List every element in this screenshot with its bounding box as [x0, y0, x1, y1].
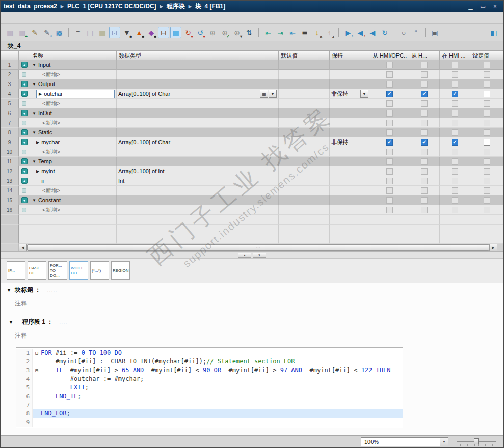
datatype-cell[interactable]: Array[0..100] of Char▦▼ [117, 89, 279, 99]
comments-toggle-icon[interactable]: ⊡ [109, 27, 120, 38]
server-icon[interactable]: ▣ [429, 27, 440, 38]
expand-icon[interactable]: ▶ [39, 92, 42, 96]
goto-definition-icon[interactable]: ⇤ [287, 27, 298, 38]
add-row-icon[interactable]: ▦+ [17, 27, 28, 38]
code-line[interactable]: 2 #myint[#ii] := CHAR_TO_INT(#mychar[#ii… [16, 357, 403, 366]
hmi-opc-checkbox[interactable]: ✓ [386, 139, 393, 146]
column-header-setpoint[interactable]: 设定值 [470, 51, 503, 60]
refresh-icon[interactable]: ↻ [379, 27, 390, 38]
block-title-section-header[interactable]: ▼ 块标题 ： ..... [1, 283, 503, 296]
define-tag-icon[interactable]: ⊕ [207, 27, 218, 38]
table-row[interactable]: 12◄▶myintArray[0..100] of Int [1, 166, 503, 176]
breadcrumb-item[interactable]: 程序块 [167, 2, 185, 11]
retain-cell[interactable] [330, 176, 370, 186]
name-cell[interactable]: <新增> [30, 147, 117, 157]
collapse-icon[interactable]: ▼ [7, 288, 11, 293]
back-icon[interactable]: ◀ [367, 27, 378, 38]
value-browse-button[interactable]: ▦ [260, 90, 268, 98]
table-row[interactable]: 2<新增> [1, 70, 503, 79]
format-block-icon[interactable]: ≣ [299, 27, 310, 38]
table-row[interactable]: 14<新增> [1, 186, 503, 195]
table-row[interactable]: 13◄▶iiInt [1, 176, 503, 186]
restore-button[interactable]: ▭ [478, 2, 488, 10]
network-comment[interactable]: 注释 [1, 328, 403, 342]
default-value-cell[interactable] [279, 89, 330, 99]
default-value-cell[interactable] [279, 137, 330, 147]
edit-values-icon[interactable]: ✎* [41, 27, 52, 38]
access-level-icon[interactable]: “ [410, 27, 421, 38]
snippet-case[interactable]: CASE...OF... [28, 261, 46, 280]
next-error-icon[interactable]: ↻● [182, 27, 194, 38]
split-editor-icon[interactable]: ◧ [488, 27, 499, 38]
column-header-from-h[interactable]: 从 H... [409, 51, 440, 60]
table-row[interactable]: 15◄▼Constant [1, 195, 503, 205]
table-row[interactable]: 6◄▼InOut [1, 108, 503, 118]
name-cell[interactable]: ▼Output [30, 79, 117, 89]
collapse-icon[interactable]: ▼ [32, 111, 36, 116]
code-line[interactable]: 8END_FOR; [16, 409, 403, 418]
name-edit-field[interactable]: ▶outchar [36, 90, 115, 98]
table-row[interactable]: 9◄▶mycharArray[0..100] of Char非保持✓✓✓ [1, 137, 503, 147]
name-cell[interactable]: ▶ii [30, 176, 117, 186]
rename-icon[interactable]: ✎ [29, 27, 40, 38]
code-line[interactable]: 3⊟ IF #myint[#ii] >=65 AND #myint[#ii] <… [16, 366, 403, 375]
snippet-comment[interactable]: (*...*) [90, 261, 109, 280]
from-h-checkbox[interactable]: ✓ [421, 139, 428, 146]
column-header-in-hmi[interactable]: 在 HMI ... [440, 51, 470, 60]
name-cell[interactable]: <新增> [30, 205, 117, 215]
zoom-slider-thumb[interactable] [474, 438, 479, 444]
collapse-icon[interactable]: ▼ [32, 130, 36, 135]
datatype-cell[interactable]: Array[0..100] of Int [117, 166, 279, 176]
scroll-left-button[interactable]: ◀ [19, 244, 27, 251]
table-row[interactable]: 1◄▼Input [1, 60, 503, 70]
scrollbar-thumb[interactable]: ⋯ [27, 244, 489, 251]
code-line[interactable]: 1⊟FOR #ii := 0 TO 100 DO [16, 349, 403, 357]
prev-error-icon[interactable]: ↺● [195, 27, 206, 38]
setpoint-checkbox[interactable] [484, 139, 490, 146]
insert-row-icon[interactable]: ▦ [5, 27, 16, 38]
splitter-down-button[interactable]: ▼ [253, 253, 266, 258]
start-monitor-icon[interactable]: ▶* [342, 27, 354, 38]
table-row[interactable]: 4◄▶outcharArray[0..100] of Char▦▼非保持▼✓✓✓ [1, 89, 503, 99]
datatype-dropdown-button[interactable]: ▼ [269, 90, 277, 98]
name-cell[interactable]: ▼Constant [30, 195, 117, 205]
table-row[interactable]: 3◄▼Output [1, 79, 503, 89]
name-cell[interactable]: ▼Static [30, 128, 117, 137]
retain-cell[interactable]: 非保持▼ [330, 89, 370, 99]
snippet-while[interactable]: WHILE..DO... [69, 261, 88, 280]
sort-asc-icon[interactable]: ↓a [311, 27, 323, 38]
collapse-icon[interactable]: ▼ [32, 159, 36, 164]
fold-icon[interactable]: ⊟ [35, 368, 38, 373]
table-row[interactable]: 16<新增> [1, 205, 503, 215]
snippet-if[interactable]: IF... [7, 261, 25, 280]
code-line[interactable]: 9 [16, 418, 403, 427]
collapse-icon[interactable]: ▼ [32, 82, 36, 87]
retain-cell[interactable]: 非保持 [330, 137, 370, 147]
block-title-comment[interactable]: 注释 [1, 296, 501, 310]
snapshot-icon[interactable]: ▩ [54, 27, 65, 38]
snippet-region[interactable]: REGION [111, 261, 130, 280]
name-cell[interactable]: <新增> [30, 186, 117, 195]
branch-close-icon[interactable]: ▦ [170, 27, 181, 38]
branch-open-icon[interactable]: ⊟ [158, 27, 169, 38]
retain-cell[interactable] [330, 166, 370, 176]
indent-icon[interactable]: ⇥ [275, 27, 286, 38]
unit-icon[interactable]: ⊕▾ [231, 27, 243, 38]
expand-icon[interactable]: ▶ [36, 169, 39, 174]
name-cell[interactable]: ▼Temp [30, 157, 117, 166]
code-line[interactable]: 7 [16, 401, 403, 409]
close-button[interactable]: × [490, 2, 500, 10]
name-cell[interactable]: ▼InOut [30, 108, 117, 118]
from-h-checkbox[interactable]: ✓ [421, 91, 428, 97]
collapse-icon[interactable]: ▼ [9, 320, 13, 325]
code-editor[interactable]: 1⊟FOR #ii := 0 TO 100 DO2 #myint[#ii] :=… [16, 347, 403, 428]
scroll-right-button[interactable]: ▶ [489, 244, 497, 251]
datatype-cell[interactable]: Array[0..100] of Char [117, 137, 279, 147]
table-row[interactable]: 8◄▼Static [1, 128, 503, 137]
in-hmi-checkbox[interactable]: ✓ [452, 91, 458, 97]
code-line[interactable]: 5 EXIT; [16, 383, 403, 392]
name-cell[interactable]: <新增> [30, 99, 117, 108]
datatype-cell[interactable]: Int [117, 176, 279, 186]
block-tab[interactable]: 块_4 [8, 42, 20, 50]
breadcrumb-item[interactable]: PLC_1 [CPU 1217C DC/DC/DC] [67, 3, 156, 10]
